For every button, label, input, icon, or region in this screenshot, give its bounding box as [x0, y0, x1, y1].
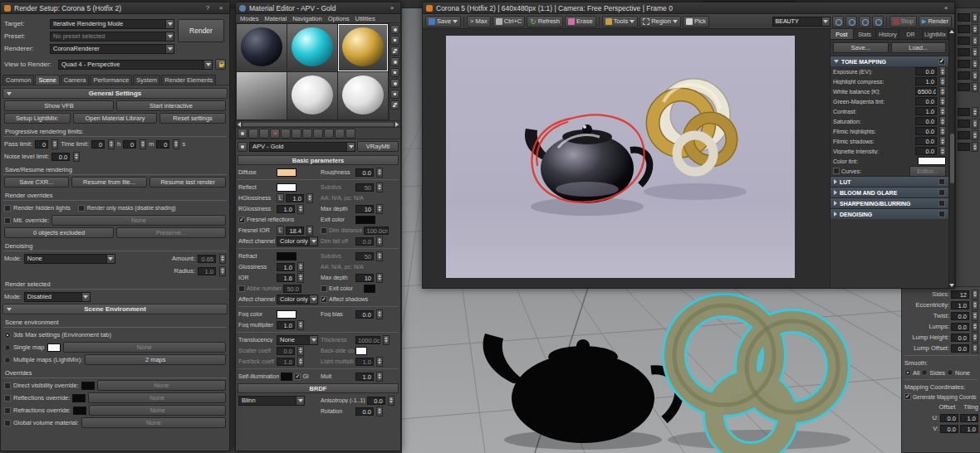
lock-button[interactable]: L — [277, 193, 284, 202]
translucency-dropdown[interactable]: None — [277, 335, 318, 345]
abbe-field[interactable]: 50.0 — [283, 285, 301, 293]
time-minutes-field[interactable]: 0 — [123, 140, 136, 149]
options-button[interactable] — [390, 79, 399, 88]
view-to-render-dropdown[interactable]: Quad 4 - Perspective — [58, 60, 213, 70]
reflect-swatch[interactable] — [277, 183, 296, 192]
spinner[interactable] — [297, 204, 304, 214]
menu-item[interactable]: Navigation — [292, 15, 321, 22]
zoom-out-button[interactable] — [832, 16, 844, 27]
tools-button[interactable]: Tools — [602, 16, 639, 27]
spinner[interactable] — [51, 139, 58, 149]
max-settings-radio[interactable] — [4, 332, 11, 339]
assign-to-selection-button[interactable] — [259, 129, 269, 139]
material-id-button[interactable] — [302, 129, 312, 139]
section-checkbox[interactable] — [938, 200, 945, 207]
spinner[interactable] — [972, 36, 978, 46]
help-icon[interactable]: ? — [203, 4, 213, 12]
spinner[interactable] — [376, 372, 383, 382]
spinner[interactable] — [972, 71, 978, 80]
send-to-max-button[interactable]: > Max — [467, 16, 491, 27]
resume-last-render-button[interactable]: Resume last render — [149, 177, 226, 188]
mult-field[interactable]: 1.0 — [355, 373, 374, 381]
start-interactive-button[interactable]: Start interactive — [116, 100, 226, 111]
sample-scrollbar[interactable] — [236, 120, 400, 127]
parameter-field[interactable] — [958, 108, 970, 116]
affect-channels-dropdown[interactable]: Color only — [277, 236, 318, 246]
exit-color-swatch[interactable] — [355, 216, 375, 224]
fog-color-swatch[interactable] — [277, 310, 296, 319]
smooth-none-radio[interactable] — [947, 369, 953, 376]
u-offset-field[interactable]: 0.0 — [940, 414, 958, 422]
spinner[interactable] — [376, 251, 383, 261]
spinner[interactable] — [972, 333, 978, 343]
scroll-left-icon[interactable] — [238, 122, 241, 127]
sample-slot-selected[interactable] — [338, 24, 388, 71]
save-settings-button[interactable]: Save... — [833, 42, 889, 53]
glossiness-field[interactable]: 1.0 — [277, 263, 295, 271]
spinner[interactable] — [939, 66, 946, 76]
spinner[interactable] — [972, 47, 978, 57]
global-volume-none-button[interactable]: None — [81, 417, 226, 428]
sample-slot[interactable] — [237, 24, 287, 71]
render-hidden-lights-checkbox[interactable] — [4, 205, 11, 212]
fresnel-checkbox[interactable] — [238, 217, 245, 223]
curves-checkbox[interactable] — [833, 168, 840, 174]
menu-item[interactable]: Options — [328, 15, 350, 22]
parameter-value-field[interactable]: 1.0 — [915, 107, 937, 115]
parameter-value-field[interactable]: 0.0 — [951, 312, 969, 320]
pass-limit-field[interactable]: 0 — [35, 140, 48, 149]
curves-editor-button[interactable]: Editor... — [909, 166, 946, 177]
parameter-field[interactable] — [958, 83, 970, 91]
smooth-sides-radio[interactable] — [921, 369, 928, 376]
parameter-field[interactable] — [958, 37, 970, 45]
parameter-field[interactable] — [958, 71, 970, 80]
vfb-section-header[interactable]: DENOISING — [831, 208, 948, 219]
spinner[interactable] — [297, 273, 304, 283]
region-button[interactable]: Region — [639, 16, 681, 27]
spinner[interactable] — [939, 76, 946, 86]
spinner[interactable] — [306, 193, 313, 203]
channel-dropdown[interactable]: BEAUTY — [772, 17, 831, 27]
scrollbar-thumb[interactable] — [243, 123, 394, 126]
spinner[interactable] — [939, 126, 946, 136]
vfb-panel-scrollbar[interactable] — [948, 29, 954, 288]
spinner[interactable] — [376, 273, 383, 283]
spinner[interactable] — [376, 183, 383, 192]
scroll-up-icon[interactable] — [949, 30, 954, 33]
scatter-coeff-field[interactable]: 0.0 — [277, 347, 295, 355]
sample-uv-tiling-button[interactable] — [390, 57, 399, 66]
spinner[interactable] — [376, 168, 383, 178]
spinner[interactable] — [972, 311, 978, 321]
refract-depth-field[interactable]: 10 — [355, 274, 374, 282]
tab-post[interactable]: Post — [831, 29, 854, 39]
parameter-value-field[interactable]: 1.0 — [951, 301, 969, 309]
mtl-override-checkbox[interactable] — [4, 217, 11, 224]
spinner[interactable] — [376, 204, 383, 214]
backlight-button[interactable] — [390, 36, 399, 45]
parameter-value-field[interactable]: 12 — [951, 290, 969, 299]
parameter-value-field[interactable]: 0.0 — [951, 334, 969, 342]
smooth-all-radio[interactable] — [904, 369, 911, 376]
dim-distance-checkbox[interactable] — [321, 227, 327, 234]
rglossiness-field[interactable]: 1.0 — [277, 205, 295, 213]
fit-view-button[interactable] — [872, 16, 884, 27]
direct-visibility-swatch[interactable] — [81, 382, 95, 390]
hglossiness-field[interactable]: 1.0 — [286, 194, 304, 202]
parameter-field[interactable] — [958, 48, 970, 56]
tab-common[interactable]: Common — [2, 75, 34, 85]
close-icon[interactable]: × — [387, 4, 397, 12]
sample-slot[interactable] — [338, 72, 388, 119]
refract-exit-color-checkbox[interactable] — [321, 285, 327, 292]
material-name-dropdown[interactable]: APV - Gold — [249, 142, 355, 152]
section-checkbox[interactable] — [938, 178, 945, 185]
affect-channels-dropdown[interactable]: Color only — [277, 295, 318, 304]
background-button[interactable] — [390, 46, 399, 56]
video-color-check-button[interactable] — [390, 68, 399, 77]
tab-history[interactable]: History — [876, 29, 899, 39]
vfb-section-header[interactable]: LUT — [831, 176, 948, 187]
direct-visibility-checkbox[interactable] — [4, 382, 11, 389]
diffuse-swatch[interactable] — [277, 168, 296, 177]
parameter-value-field[interactable]: 0.0 — [951, 344, 969, 353]
spinner[interactable] — [972, 300, 978, 310]
parameter-field[interactable] — [958, 143, 970, 151]
